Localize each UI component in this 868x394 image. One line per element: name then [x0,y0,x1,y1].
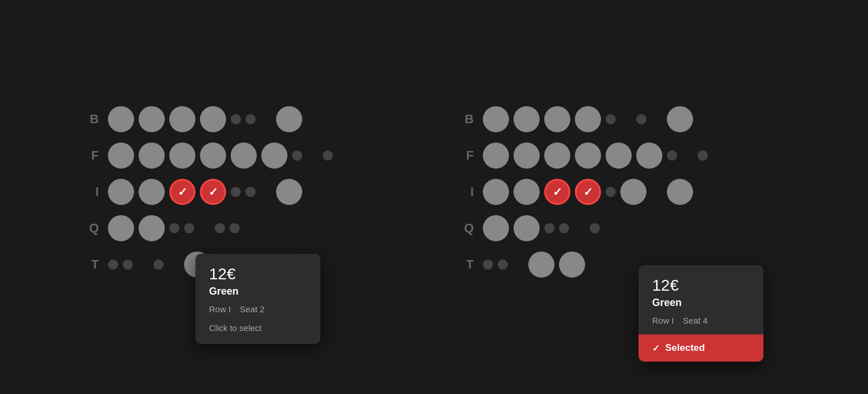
seat[interactable] [139,179,165,205]
seat[interactable] [575,142,601,169]
seat[interactable] [276,106,302,132]
seat-row-F: F [457,142,786,169]
seat[interactable] [483,215,509,241]
seat[interactable] [292,150,302,161]
seat-row-I: I [82,179,411,205]
seat[interactable] [528,252,554,278]
row-label: B [82,112,99,127]
seat-row-Q: Q [82,215,411,241]
seat[interactable] [245,187,256,197]
seat[interactable] [108,179,134,205]
seat[interactable] [184,223,194,233]
row-label: F [82,148,99,163]
seat[interactable] [590,223,600,233]
seat[interactable] [483,179,509,205]
tooltip-seat: Seat 2 [240,304,264,314]
seat[interactable] [636,142,662,169]
selected-label: Selected [665,342,705,354]
row-label: T [82,257,99,272]
seat[interactable] [245,114,256,124]
seat[interactable] [108,106,134,132]
tooltip-category: Green [652,297,750,309]
seat[interactable] [606,114,616,124]
seat[interactable] [575,179,601,205]
seat-tooltip: 12€GreenRow ISeat 2Click to select [195,254,320,344]
seat[interactable] [667,179,693,205]
row-label: I [457,185,474,199]
seat[interactable] [575,106,601,132]
seat[interactable] [231,142,257,169]
main-container: BFIQT12€GreenRow ISeat 2Click to selectB… [59,83,809,311]
seat[interactable] [698,150,708,161]
seat[interactable] [139,142,165,169]
tooltip-category: Green [209,286,307,297]
seat[interactable] [559,223,569,233]
seat-row-I: I [457,179,786,205]
tooltip-row: Row I [209,304,231,314]
seat[interactable] [620,179,646,205]
seat[interactable] [483,106,509,132]
seat[interactable] [544,106,570,132]
seat-row-B: B [457,106,786,132]
seat[interactable] [139,215,165,241]
seat[interactable] [261,142,287,169]
seat[interactable] [514,142,540,169]
seat[interactable] [636,114,646,124]
seat[interactable] [169,142,195,169]
tooltip-row: Row I [652,316,674,325]
row-label: B [457,112,474,127]
row-label: Q [82,221,99,236]
seat[interactable] [544,179,570,205]
seat-tooltip: 12€GreenRow ISeat 4✓Selected [639,265,763,362]
seat[interactable] [153,259,164,270]
seat[interactable] [229,223,240,233]
seat[interactable] [559,252,585,278]
row-label: I [82,185,99,199]
seat[interactable] [123,259,133,270]
seat[interactable] [606,142,632,169]
seat[interactable] [169,106,195,132]
tooltip-selected-badge[interactable]: ✓Selected [639,334,763,362]
seat-row-Q: Q [457,215,786,241]
seat[interactable] [544,142,570,169]
seat[interactable] [200,179,226,205]
seat[interactable] [667,150,677,161]
row-label: F [457,148,474,163]
seat[interactable] [108,215,134,241]
seat[interactable] [108,142,134,169]
seat[interactable] [514,215,540,241]
tooltip-seat: Seat 4 [683,316,707,325]
seat[interactable] [200,106,226,132]
check-icon: ✓ [652,343,660,354]
seat[interactable] [276,179,302,205]
tooltip-info: Row ISeat 4 [652,316,750,325]
seat[interactable] [169,179,195,205]
seat[interactable] [483,259,493,270]
seat[interactable] [606,187,616,197]
seat[interactable] [544,223,554,233]
seat[interactable] [108,259,118,270]
seat[interactable] [323,150,333,161]
seat[interactable] [200,142,226,169]
seat[interactable] [667,106,693,132]
seat-row-B: B [82,106,411,132]
seat[interactable] [483,142,509,169]
seat[interactable] [231,114,241,124]
tooltip-price: 12€ [209,265,307,283]
seat[interactable] [139,106,165,132]
seat-row-F: F [82,142,411,169]
seat[interactable] [498,259,508,270]
tooltip-info: Row ISeat 2 [209,304,307,314]
row-label: T [457,257,474,272]
seat[interactable] [215,223,225,233]
seating-panel-right: BFIQT12€GreenRow ISeat 4✓Selected [457,106,786,288]
tooltip-price: 12€ [652,276,750,295]
seating-panel-left: BFIQT12€GreenRow ISeat 2Click to select [82,106,411,288]
seat[interactable] [231,187,241,197]
tooltip-action[interactable]: Click to select [209,323,307,333]
row-label: Q [457,221,474,236]
seat[interactable] [169,223,180,233]
seat[interactable] [514,179,540,205]
seat[interactable] [514,106,540,132]
